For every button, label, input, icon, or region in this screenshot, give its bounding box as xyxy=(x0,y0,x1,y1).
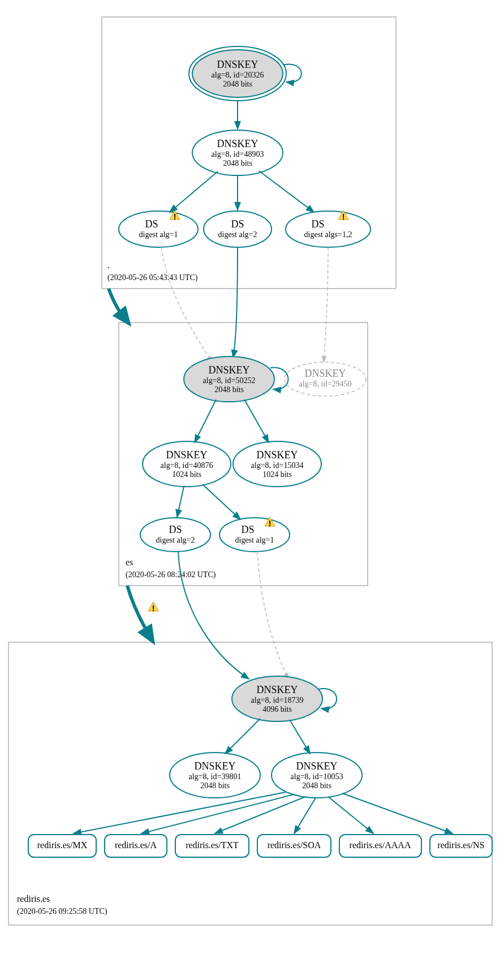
node-rediris-zsk2: DNSKEY alg=8, id=10053 2048 bits xyxy=(272,753,362,798)
zone-root-time: (2020-05-26 05:43:43 UTC) xyxy=(107,273,198,282)
svg-text:alg=8, id=50252: alg=8, id=50252 xyxy=(203,376,256,385)
svg-text:2048 bits: 2048 bits xyxy=(200,781,230,790)
svg-text:2048 bits: 2048 bits xyxy=(302,781,331,790)
svg-text:digest algs=1,2: digest algs=1,2 xyxy=(304,230,352,239)
svg-text:2048 bits: 2048 bits xyxy=(223,80,252,88)
svg-text:DNSKEY: DNSKEY xyxy=(208,364,249,376)
node-es-dashed: DNSKEY alg=8, id=29450 xyxy=(285,362,366,396)
svg-text:DNSKEY: DNSKEY xyxy=(256,684,298,695)
svg-text:rediris.es/NS: rediris.es/NS xyxy=(437,840,484,850)
svg-text:digest alg=2: digest alg=2 xyxy=(218,230,257,239)
node-es-ds1: DS digest alg=1 ! xyxy=(219,517,290,552)
svg-text:alg=8, id=15034: alg=8, id=15034 xyxy=(251,461,304,470)
zone-es-time: (2020-05-26 08:24:02 UTC) xyxy=(126,570,216,579)
svg-text:digest alg=2: digest alg=2 xyxy=(156,536,195,544)
svg-text:!: ! xyxy=(342,212,345,221)
svg-text:rediris.es/MX: rediris.es/MX xyxy=(37,840,88,850)
svg-text:digest alg=1: digest alg=1 xyxy=(139,230,178,239)
svg-text:rediris.es/A: rediris.es/A xyxy=(115,840,157,850)
node-es-zsk2: DNSKEY alg=8, id=15034 1024 bits xyxy=(233,441,321,487)
svg-point-9 xyxy=(119,211,198,247)
svg-text:2048 bits: 2048 bits xyxy=(214,385,244,394)
edge-root-to-es xyxy=(109,289,127,321)
svg-text:DS: DS xyxy=(241,524,254,535)
warning-icon: ! xyxy=(148,602,158,613)
svg-text:alg=8, id=10053: alg=8, id=10053 xyxy=(291,772,343,781)
svg-text:DNSKEY: DNSKEY xyxy=(256,449,298,461)
svg-text:1024 bits: 1024 bits xyxy=(172,470,201,479)
svg-text:!: ! xyxy=(152,604,155,613)
svg-text:DS: DS xyxy=(311,218,324,230)
svg-text:DS: DS xyxy=(145,218,158,230)
svg-point-16 xyxy=(286,211,371,247)
svg-text:rediris.es/TXT: rediris.es/TXT xyxy=(186,840,239,850)
dnssec-diagram: . (2020-05-26 05:43:43 UTC) es (2020-05-… xyxy=(0,0,504,980)
svg-text:DS: DS xyxy=(231,218,244,230)
node-root-ds1: DS digest alg=1 ! xyxy=(119,210,198,247)
zone-es-name: es xyxy=(126,557,133,567)
node-root-ksk: DNSKEY alg=8, id=20326 2048 bits xyxy=(189,46,286,101)
node-root-ds2: DS digest alg=2 xyxy=(204,211,272,247)
svg-text:digest alg=1: digest alg=1 xyxy=(235,536,274,544)
svg-text:alg=8, id=18739: alg=8, id=18739 xyxy=(251,696,304,704)
svg-text:alg=8, id=40876: alg=8, id=40876 xyxy=(161,461,213,470)
svg-text:2048 bits: 2048 bits xyxy=(223,159,252,167)
svg-text:rediris.es/AAAA: rediris.es/AAAA xyxy=(350,840,411,850)
svg-text:alg=8, id=29450: alg=8, id=29450 xyxy=(299,380,352,388)
svg-text:1024 bits: 1024 bits xyxy=(262,470,292,479)
node-root-ds12: DS digest algs=1,2 ! xyxy=(286,210,371,247)
svg-text:DNSKEY: DNSKEY xyxy=(304,368,346,379)
svg-point-38 xyxy=(219,518,290,552)
rrsets: rediris.es/MX rediris.es/A rediris.es/TX… xyxy=(28,835,492,857)
svg-text:DNSKEY: DNSKEY xyxy=(296,760,337,772)
svg-text:DNSKEY: DNSKEY xyxy=(194,760,235,772)
svg-text:DNSKEY: DNSKEY xyxy=(217,138,258,149)
node-es-ds2: DS digest alg=2 xyxy=(140,518,210,552)
svg-text:!: ! xyxy=(269,519,272,528)
zone-root-name: . xyxy=(107,260,110,270)
zone-rediris-time: (2020-05-26 09:25:58 UTC) xyxy=(17,907,107,916)
node-es-zsk1: DNSKEY alg=8, id=40876 1024 bits xyxy=(143,441,231,487)
svg-text:!: ! xyxy=(174,212,176,221)
svg-text:alg=8, id=20326: alg=8, id=20326 xyxy=(212,71,264,79)
zone-rediris-name: rediris.es xyxy=(17,894,50,904)
node-es-ksk: DNSKEY alg=8, id=50252 2048 bits xyxy=(184,356,274,402)
node-root-zsk: DNSKEY alg=8, id=48903 2048 bits xyxy=(192,130,283,175)
svg-text:DS: DS xyxy=(169,524,182,535)
node-rediris-ksk: DNSKEY alg=8, id=18739 4096 bits xyxy=(232,676,322,721)
svg-text:alg=8, id=39801: alg=8, id=39801 xyxy=(189,772,242,781)
svg-text:rediris.es/SOA: rediris.es/SOA xyxy=(268,840,321,850)
edge-es-to-rediris xyxy=(127,586,152,639)
svg-text:4096 bits: 4096 bits xyxy=(262,705,292,713)
node-rediris-zsk1: DNSKEY alg=8, id=39801 2048 bits xyxy=(170,753,260,798)
svg-text:alg=8, id=48903: alg=8, id=48903 xyxy=(212,150,264,158)
svg-text:DNSKEY: DNSKEY xyxy=(166,449,207,461)
svg-text:DNSKEY: DNSKEY xyxy=(217,59,258,70)
